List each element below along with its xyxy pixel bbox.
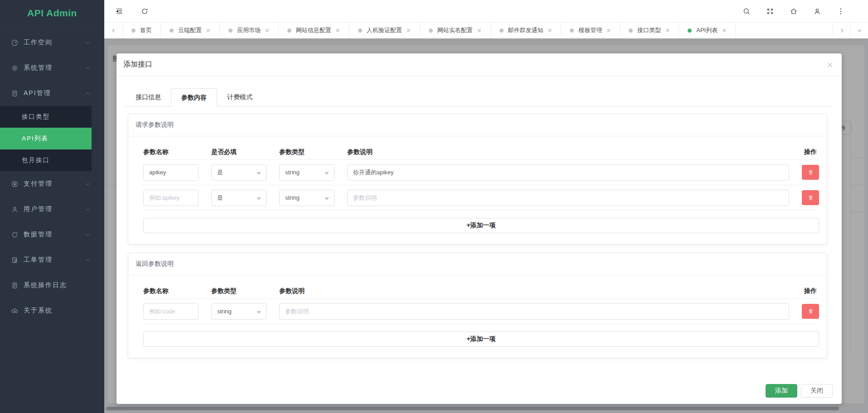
log-icon [11,282,19,289]
cloud-icon [11,307,19,315]
tab-close-icon[interactable]: ✕ [406,28,411,34]
sidebar-item-workspace[interactable]: 工作空间 [0,30,104,55]
app-root: API Admin 工作空间 系统管理 API管理 接口类型 [0,0,868,413]
tab-close-icon[interactable]: ✕ [606,28,611,34]
add-request-param-button[interactable]: +添加一项 [143,218,819,233]
more-button[interactable] [833,0,849,23]
col-header-name: 参数名称 [143,287,199,295]
request-param-row: 是 string [143,185,819,211]
tab-api-type[interactable]: 接口类型 ✕ [620,23,679,38]
param-desc-input[interactable] [279,303,789,320]
tab-close-icon[interactable]: ✕ [548,28,553,34]
sidebar-api-submenu: 接口类型 API列表 包月接口 [0,106,104,171]
delete-row-button[interactable] [802,304,819,319]
param-desc-input[interactable] [347,164,789,181]
modal-close-button[interactable] [824,59,835,70]
home-icon [790,7,798,15]
profile-button[interactable] [809,0,825,23]
response-params-header-row: 参数名称 参数类型 参数说明 操作 [143,283,819,299]
search-icon [742,7,751,15]
tab-email-broadcast[interactable]: 邮件群发通知 ✕ [491,23,562,38]
tabs-scroll-left-button[interactable] [104,23,123,38]
delete-row-button[interactable] [802,190,819,205]
sidebar-item-system-manage[interactable]: 系统管理 [0,55,104,81]
document-icon [11,90,19,97]
col-header-op: 操作 [802,287,819,295]
fullscreen-icon [766,7,774,15]
param-required-select[interactable]: 是 [211,164,267,181]
chevron-down-icon [85,257,91,263]
sidebar-item-api-list[interactable]: API列表 [0,128,92,149]
tab-dot [358,29,362,33]
sidebar-item-user-manage[interactable]: 用户管理 [0,197,104,222]
tab-dot [629,29,633,33]
tabbar: 首页 云端配置 ✕ 应用市场 ✕ 网站信息配置 ✕ 人机验证配置 ✕ 网站实名配… [104,23,868,38]
home-button[interactable] [786,0,802,23]
caret-down-icon [257,172,261,175]
topbar-left-group [111,0,153,23]
delete-row-button[interactable] [802,165,819,180]
tab-dot [429,29,433,33]
modal-title: 添加接口 [123,60,152,69]
param-name-input[interactable] [143,164,199,181]
sidebar-item-ticket-manage[interactable]: 工单管理 [0,247,104,273]
modal-tab-api-info[interactable]: 接口信息 [126,88,171,106]
tab-close-icon[interactable]: ✕ [665,28,670,34]
tab-site-realname-config[interactable]: 网站实名配置 ✕ [420,23,491,38]
sidebar-item-api-type[interactable]: 接口类型 [0,106,92,128]
col-header-type: 参数类型 [211,287,267,295]
request-params-title: 请求参数说明 [128,114,827,136]
col-header-op: 操作 [802,148,819,156]
param-type-select[interactable]: string [211,303,267,320]
chevron-down-icon [85,65,91,71]
response-params-panel: 返回参数说明 参数名称 参数类型 参数说明 操作 string [128,253,827,358]
modal-add-button[interactable]: 添加 [766,384,797,398]
sidebar-item-monthly-api[interactable]: 包月接口 [0,149,92,171]
modal-tab-param-content[interactable]: 参数内容 [171,88,217,106]
tab-api-list[interactable]: API列表 ✕ [679,23,736,38]
tab-close-icon[interactable]: ✕ [335,28,340,34]
modal-footer: 添加 关闭 [766,384,833,398]
modal-header: 添加接口 [116,53,842,76]
sidebar-item-about-system[interactable]: 关于系统 [0,298,104,323]
modal-cancel-button[interactable]: 关闭 [801,384,833,398]
tab-app-market[interactable]: 应用市场 ✕ [220,23,279,38]
modal-tab-billing-mode[interactable]: 计费模式 [217,88,262,106]
tab-dot [170,29,174,33]
tab-site-info-config[interactable]: 网站信息配置 ✕ [279,23,349,38]
tab-home[interactable]: 首页 [123,23,161,38]
param-type-select[interactable]: string [279,164,335,181]
chevron-left-icon [111,28,116,34]
tab-captcha-config[interactable]: 人机验证配置 ✕ [349,23,420,38]
add-response-param-button[interactable]: +添加一项 [143,331,819,347]
search-button[interactable] [738,0,755,23]
chevron-up-icon [85,91,91,96]
param-name-input[interactable] [143,303,199,320]
refresh-button[interactable] [136,0,153,23]
trash-icon [808,195,814,201]
tab-template-manage[interactable]: 模板管理 ✕ [561,23,620,38]
param-desc-input[interactable] [347,190,789,206]
yen-icon [11,180,19,188]
sidebar-item-payment-manage[interactable]: 支付管理 [0,171,104,197]
tab-dot [131,29,136,33]
request-params-body: 参数名称 是否必填 参数类型 参数说明 操作 是 [128,136,827,244]
tab-close-icon[interactable]: ✕ [477,28,482,34]
tabs-menu-button[interactable] [850,23,868,38]
tabs-scroll-right-button[interactable] [833,23,850,38]
tab-cloud-config[interactable]: 云端配置 ✕ [161,23,220,38]
param-type-select[interactable]: string [279,190,335,206]
sidebar-item-api-manage[interactable]: API管理 [0,81,104,106]
tab-close-icon[interactable]: ✕ [722,28,727,34]
param-name-input[interactable] [143,190,199,206]
fullscreen-button[interactable] [762,0,778,23]
param-required-select[interactable]: 是 [211,190,267,206]
tab-close-icon[interactable]: ✕ [265,28,270,34]
col-header-desc: 参数说明 [279,287,789,295]
sidebar-item-data-manage[interactable]: 数据管理 [0,222,104,247]
tab-close-icon[interactable]: ✕ [206,28,211,34]
sidebar-item-operation-log[interactable]: 系统操作日志 [0,273,104,298]
sidebar-fold-button[interactable] [111,0,127,23]
user-icon [813,7,821,15]
more-icon [837,7,845,15]
